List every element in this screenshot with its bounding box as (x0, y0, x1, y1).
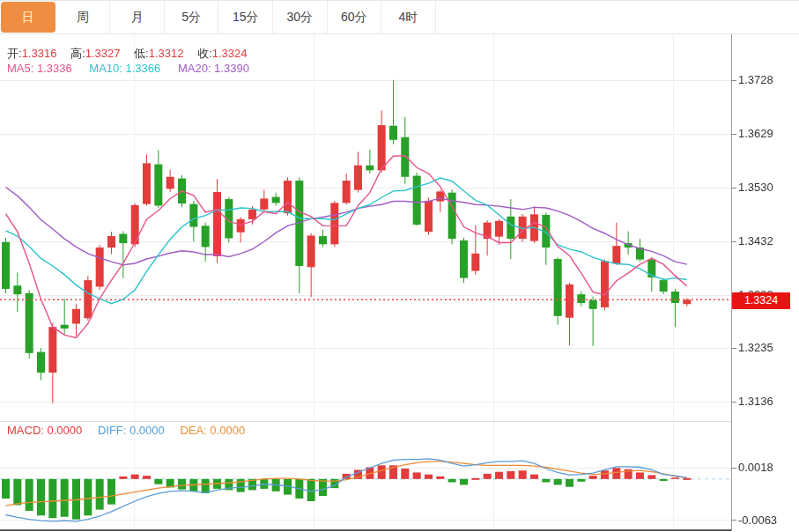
price-axis-tick: 1.3235 (738, 342, 796, 354)
macd-axis-tick: -0.0063 (738, 514, 796, 527)
current-price-tag: 1.3324 (732, 292, 790, 309)
close-value: 1.3324 (212, 47, 248, 60)
diff-value: DIFF: 0.0000 (98, 424, 165, 437)
price-axis-tick: 1.3728 (738, 74, 796, 86)
open-value: 1.3316 (22, 47, 57, 60)
price-axis-tick: 1.3432 (738, 235, 796, 248)
ma20-legend: MA20: 1.3390 (178, 62, 249, 75)
tab-week[interactable]: 周 (56, 1, 111, 33)
kline-canvas[interactable] (0, 1, 799, 532)
close-label: 收: (197, 47, 212, 60)
low-label: 低: (134, 47, 149, 60)
price-axis-tick: 1.3629 (738, 128, 796, 140)
ma-legend: MA5: 1.3336 MA10: 1.3366 MA20: 1.3390 (7, 62, 263, 75)
high-value: 1.3327 (85, 47, 121, 60)
tab-60min[interactable]: 60分 (328, 1, 382, 33)
tab-4hour[interactable]: 4时 (381, 1, 436, 33)
tab-5min[interactable]: 5分 (165, 1, 219, 33)
ohlc-legend: 开:1.3316 高:1.3327 低:1.3312 收:1.3324 (7, 46, 257, 62)
price-axis-tick: 1.3136 (738, 395, 796, 408)
tab-15min[interactable]: 15分 (218, 1, 273, 33)
dea-value: DEA: 0.0000 (180, 424, 245, 437)
macd-value: MACD: 0.0000 (7, 424, 82, 437)
tab-day[interactable]: 日 (1, 2, 55, 33)
tab-30min[interactable]: 30分 (273, 1, 328, 33)
high-label: 高: (70, 47, 85, 60)
low-value: 1.3312 (149, 47, 184, 60)
open-label: 开: (7, 47, 22, 60)
kline-chart-widget: 日 周 月 5分 15分 30分 60分 4时 开:1.3316 高:1.332… (0, 0, 799, 532)
ma5-legend: MA5: 1.3336 (7, 62, 72, 75)
price-axis-tick: 1.3530 (738, 181, 796, 194)
tab-month[interactable]: 月 (110, 1, 165, 33)
period-tabbar: 日 周 月 5分 15分 30分 60分 4时 (0, 1, 799, 34)
macd-legend: MACD: 0.0000 DIFF: 0.0000 DEA: 0.0000 (7, 424, 257, 437)
ma10-legend: MA10: 1.3366 (89, 62, 160, 75)
macd-axis-tick: 0.0018 (738, 462, 796, 474)
